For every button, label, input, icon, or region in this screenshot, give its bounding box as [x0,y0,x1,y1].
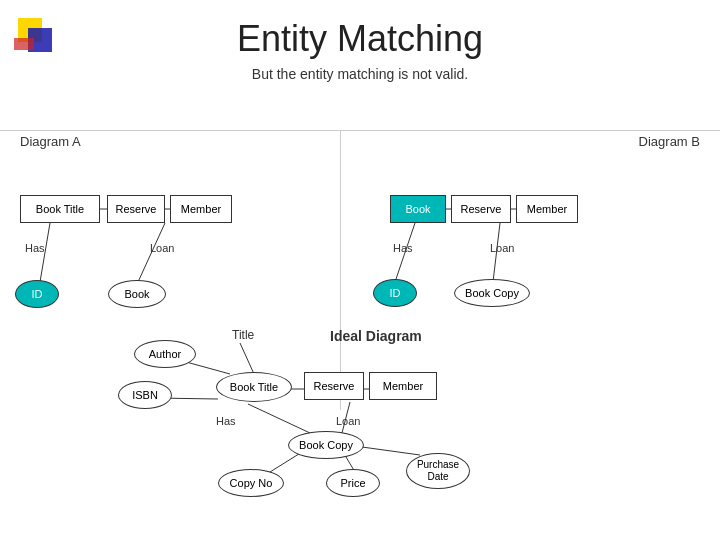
vertical-divider [340,130,341,410]
diagramA-loan-label: Loan [150,242,174,254]
diagramA-bookTitle: Book Title [20,195,100,223]
page-title: Entity Matching [0,0,720,60]
svg-rect-2 [14,38,34,50]
ideal-bookTitle: Book Title [216,372,292,402]
diagramA-id: ID [15,280,59,308]
ideal-author: Author [134,340,196,368]
ideal-purchaseDate: Purchase Date [406,453,470,489]
ideal-title-label: Title [232,328,254,342]
diagramB-id: ID [373,279,417,307]
subtitle: But the entity matching is not valid. [0,66,720,82]
diagramA-reserve: Reserve [107,195,165,223]
svg-line-9 [240,343,254,374]
diagramB-loan-label: Loan [490,242,514,254]
ideal-price: Price [326,469,380,497]
ideal-loan-label: Loan [336,415,360,427]
diagramB-bookCopy: Book Copy [454,279,530,307]
diagramA-book: Book [108,280,166,308]
ideal-bookCopy: Book Copy [288,431,364,459]
diagramB-has-label: Has [393,242,413,254]
svg-line-17 [362,447,420,455]
svg-line-13 [248,404,310,433]
diagram-a-label: Diagram A [20,134,81,149]
horizontal-divider [0,130,720,131]
logo-decoration [10,10,70,70]
diagramA-has-label: Has [25,242,45,254]
diagramB-reserve: Reserve [451,195,511,223]
diagramA-member: Member [170,195,232,223]
ideal-has-label: Has [216,415,236,427]
ideal-diagram-label: Ideal Diagram [330,328,422,344]
ideal-member: Member [369,372,437,400]
diagramB-book: Book [390,195,446,223]
ideal-isbn: ISBN [118,381,172,409]
diagram-b-label: Diagram B [639,134,700,149]
diagramB-member: Member [516,195,578,223]
ideal-copyNo: Copy No [218,469,284,497]
ideal-reserve: Reserve [304,372,364,400]
